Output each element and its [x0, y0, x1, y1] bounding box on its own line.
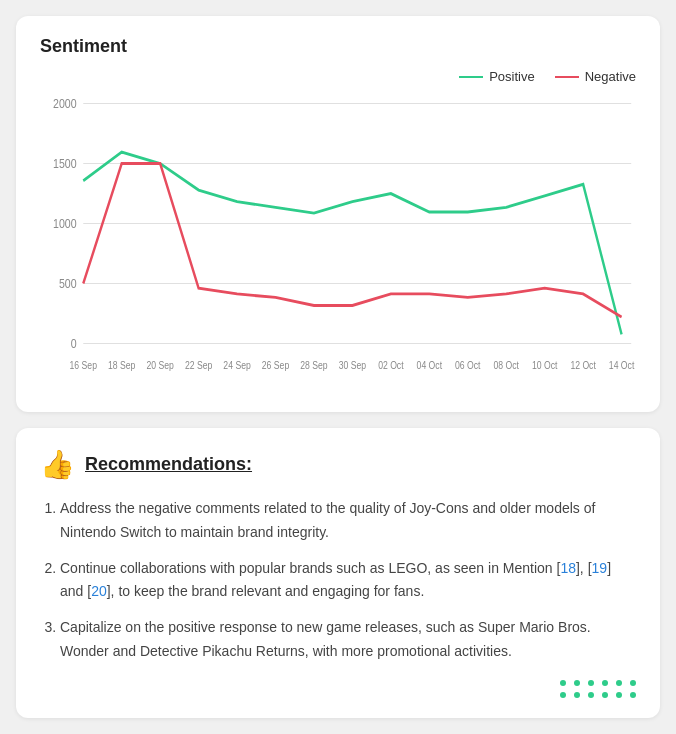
negative-data-line — [83, 164, 621, 317]
svg-text:18 Sep: 18 Sep — [108, 359, 135, 371]
positive-line-icon — [459, 76, 483, 78]
rec-item-2-text: Continue collaborations with popular bra… — [60, 560, 611, 600]
svg-text:10 Oct: 10 Oct — [532, 359, 558, 371]
chart-svg: 2000 1500 1000 500 0 16 Sep 18 Sep 20 Se… — [40, 92, 636, 392]
positive-label: Positive — [489, 69, 535, 84]
dot — [616, 680, 622, 686]
dot — [574, 680, 580, 686]
list-item: Continue collaborations with popular bra… — [60, 557, 636, 605]
svg-text:22 Sep: 22 Sep — [185, 359, 212, 371]
dot — [602, 680, 608, 686]
ref-19-link[interactable]: 19 — [592, 560, 608, 576]
svg-text:16 Sep: 16 Sep — [70, 359, 97, 371]
svg-text:28 Sep: 28 Sep — [300, 359, 327, 371]
rec-header: 👍 Recommendations: — [40, 448, 636, 481]
dot — [588, 680, 594, 686]
svg-text:2000: 2000 — [53, 96, 77, 110]
negative-label: Negative — [585, 69, 636, 84]
svg-text:08 Oct: 08 Oct — [493, 359, 519, 371]
dot — [560, 692, 566, 698]
dot — [588, 692, 594, 698]
dot — [574, 692, 580, 698]
svg-text:02 Oct: 02 Oct — [378, 359, 404, 371]
rec-item-3-text: Capitalize on the positive response to n… — [60, 619, 591, 659]
svg-text:26 Sep: 26 Sep — [262, 359, 289, 371]
dots-decoration — [40, 680, 636, 698]
svg-text:30 Sep: 30 Sep — [339, 359, 366, 371]
svg-text:500: 500 — [59, 276, 77, 290]
dot — [616, 692, 622, 698]
dot — [630, 680, 636, 686]
rec-title: Recommendations: — [85, 454, 252, 475]
ref-18-link[interactable]: 18 — [560, 560, 576, 576]
dots-row-1 — [560, 680, 636, 686]
svg-text:1500: 1500 — [53, 156, 77, 170]
dot — [602, 692, 608, 698]
svg-text:06 Oct: 06 Oct — [455, 359, 481, 371]
rec-item-1-text: Address the negative comments related to… — [60, 500, 595, 540]
svg-text:12 Oct: 12 Oct — [570, 359, 596, 371]
thumbs-up-icon: 👍 — [40, 448, 75, 481]
svg-text:1000: 1000 — [53, 216, 77, 230]
dots-row-2 — [560, 692, 636, 698]
list-item: Address the negative comments related to… — [60, 497, 636, 545]
list-item: Capitalize on the positive response to n… — [60, 616, 636, 664]
svg-text:20 Sep: 20 Sep — [146, 359, 173, 371]
legend-positive: Positive — [459, 69, 535, 84]
legend-negative: Negative — [555, 69, 636, 84]
chart-title: Sentiment — [40, 36, 636, 57]
rec-list: Address the negative comments related to… — [40, 497, 636, 664]
dot — [560, 680, 566, 686]
svg-text:24 Sep: 24 Sep — [223, 359, 250, 371]
sentiment-chart-card: Sentiment Positive Negative 2000 1500 10… — [16, 16, 660, 412]
svg-text:04 Oct: 04 Oct — [417, 359, 443, 371]
svg-text:0: 0 — [71, 336, 77, 350]
ref-20-link[interactable]: 20 — [91, 583, 107, 599]
dot — [630, 692, 636, 698]
recommendations-card: 👍 Recommendations: Address the negative … — [16, 428, 660, 718]
chart-area: 2000 1500 1000 500 0 16 Sep 18 Sep 20 Se… — [40, 92, 636, 392]
negative-line-icon — [555, 76, 579, 78]
svg-text:14 Oct: 14 Oct — [609, 359, 635, 371]
chart-legend: Positive Negative — [40, 69, 636, 84]
